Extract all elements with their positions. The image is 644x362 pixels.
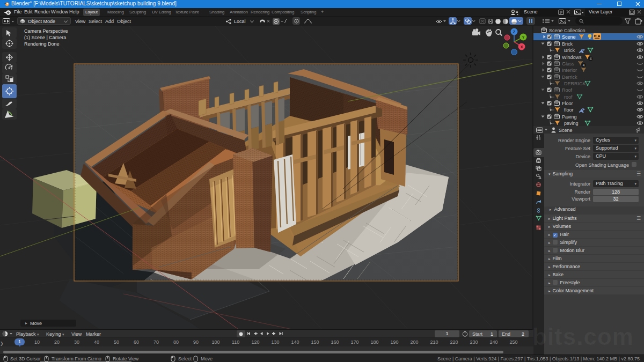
svg-text:4: 4: [583, 63, 585, 67]
svg-text:(1) Scene | Camera: (1) Scene | Camera: [24, 35, 66, 40]
svg-text:Rendering Done: Rendering Done: [24, 41, 60, 47]
svg-text:4: 4: [590, 57, 592, 61]
svg-text:X: X: [521, 45, 523, 49]
svg-text:Camera Perspective: Camera Perspective: [24, 28, 68, 34]
svg-text:▸: ▸: [25, 321, 27, 326]
svg-text:Z: Z: [513, 30, 516, 34]
svg-text:Move: Move: [30, 321, 42, 326]
svg-text:Y: Y: [522, 35, 525, 39]
